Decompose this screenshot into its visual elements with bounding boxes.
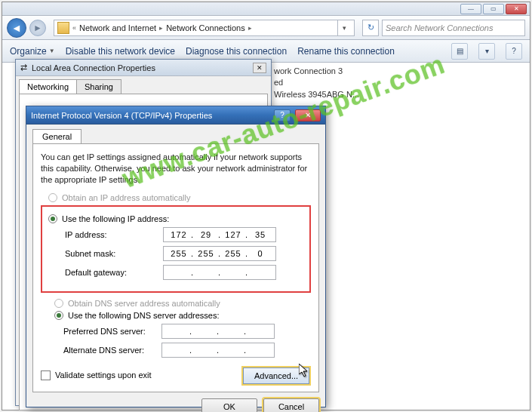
folder-icon [57, 22, 69, 34]
connection-item[interactable]: work Connection 3 ed Wireless 3945ABG N.… [274, 66, 359, 100]
tab-general[interactable]: General [32, 129, 81, 143]
radio-auto-ip[interactable]: Obtain an IP address automatically [48, 193, 311, 202]
close-button[interactable]: ✕ [295, 109, 321, 121]
cancel-button[interactable]: Cancel [263, 398, 319, 412]
back-button[interactable]: ◄ [7, 18, 26, 38]
dialog-title: Local Area Connection Properties [32, 63, 155, 72]
chevron-down-icon[interactable]: ▾ [337, 20, 351, 35]
main-titlebar: — ▭ ✕ [2, 2, 530, 16]
gateway-input[interactable]: . . . [163, 265, 276, 280]
alternate-dns-input[interactable]: ... [161, 343, 275, 358]
dns-settings-group: Obtain DNS server address automatically … [41, 299, 311, 364]
preferred-dns-row: Preferred DNS server: ... [63, 324, 305, 339]
view-icon-button[interactable]: ▤ [451, 43, 468, 60]
tab-sharing[interactable]: Sharing [76, 79, 121, 94]
preferred-dns-label: Preferred DNS server: [63, 327, 161, 336]
disable-device-button[interactable]: Disable this network device [66, 46, 175, 57]
chevron-right-icon: ▸ [159, 24, 163, 32]
radio-icon [48, 214, 57, 223]
search-input[interactable]: Search Network Connections [382, 20, 525, 36]
dialog-footer: OK Cancel [26, 398, 319, 412]
ipv4-properties-dialog: Internet Protocol Version 4 (TCP/IPv4) P… [26, 106, 326, 407]
subnet-mask-row: Subnet mask: 255. 255. 255. 0 [65, 246, 303, 261]
chevron-right-icon: « [72, 24, 76, 32]
chevron-down-icon: ▼ [49, 48, 55, 54]
alternate-dns-row: Alternate DNS server: ... [63, 343, 305, 358]
tab-strip: General [32, 129, 319, 143]
dialog-titlebar: ⇄ Local Area Connection Properties ✕ [16, 60, 271, 76]
network-icon: ⇄ [20, 63, 27, 72]
chevron-right-icon: ▸ [248, 24, 252, 32]
ip-address-input[interactable]: 172. 29. 127. 35 [163, 227, 276, 242]
diagnose-button[interactable]: Diagnose this connection [186, 46, 287, 57]
radio-manual-dns[interactable]: Use the following DNS server addresses: [54, 311, 305, 320]
radio-manual-ip[interactable]: Use the following IP address: [48, 214, 303, 223]
dialog-titlebar: Internet Protocol Version 4 (TCP/IPv4) P… [26, 106, 325, 125]
connection-text: work Connection 3 ed Wireless 3945ABG N.… [274, 66, 359, 100]
help-button[interactable]: ? [274, 109, 291, 121]
rename-button[interactable]: Rename this connection [297, 46, 395, 57]
gateway-label: Default gateway: [65, 268, 163, 277]
dialog-title: Internet Protocol Version 4 (TCP/IPv4) P… [31, 111, 212, 120]
help-icon-button[interactable]: ? [506, 43, 522, 60]
ip-address-row: IP address: 172. 29. 127. 35 [65, 227, 303, 242]
breadcrumb-item[interactable]: Network and Internet [79, 23, 156, 32]
organize-menu[interactable]: Organize▼ [10, 46, 55, 57]
close-button[interactable]: ✕ [506, 4, 527, 14]
subnet-mask-label: Subnet mask: [65, 249, 163, 258]
view-dropdown-button[interactable]: ▾ [478, 43, 495, 60]
breadcrumb-item[interactable]: Network Connections [166, 23, 245, 32]
tab-strip: Networking Sharing [19, 79, 268, 94]
alternate-dns-label: Alternate DNS server: [63, 346, 161, 355]
dialog-body: You can get IP settings assigned automat… [32, 143, 319, 392]
advanced-button[interactable]: Advanced... [243, 367, 309, 384]
forward-button[interactable]: ► [29, 20, 46, 36]
close-button[interactable]: ✕ [253, 63, 266, 73]
radio-auto-dns: Obtain DNS server address automatically [54, 299, 305, 308]
ok-button[interactable]: OK [201, 398, 257, 412]
gateway-row: Default gateway: . . . [65, 265, 303, 280]
breadcrumb-bar[interactable]: « Network and Internet ▸ Network Connect… [54, 20, 355, 36]
subnet-mask-input[interactable]: 255. 255. 255. 0 [163, 246, 276, 261]
refresh-button[interactable]: ↻ [362, 20, 379, 36]
preferred-dns-input[interactable]: ... [161, 324, 275, 339]
search-placeholder: Search Network Connections [386, 23, 493, 32]
radio-icon [54, 311, 63, 320]
radio-icon [54, 299, 63, 308]
minimize-button[interactable]: — [460, 4, 481, 14]
nav-bar: ◄ ► « Network and Internet ▸ Network Con… [2, 16, 530, 40]
tab-networking[interactable]: Networking [19, 79, 77, 94]
checkbox-icon [41, 370, 51, 380]
maximize-button[interactable]: ▭ [483, 4, 504, 14]
ip-address-label: IP address: [65, 230, 163, 239]
ip-settings-group: Use the following IP address: IP address… [41, 205, 311, 293]
description-text: You can get IP settings assigned automat… [41, 152, 311, 186]
radio-icon [48, 193, 57, 202]
